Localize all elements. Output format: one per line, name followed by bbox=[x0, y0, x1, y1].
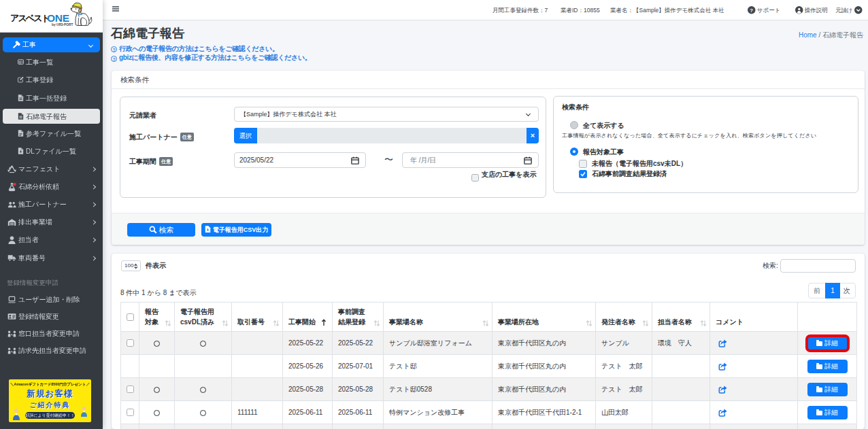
svg-text:アスベスト: アスベスト bbox=[10, 13, 49, 23]
svg-text:ONE: ONE bbox=[47, 12, 69, 24]
svg-text:by UR3-PORT: by UR3-PORT bbox=[52, 23, 73, 27]
svg-text:?: ? bbox=[750, 7, 753, 14]
